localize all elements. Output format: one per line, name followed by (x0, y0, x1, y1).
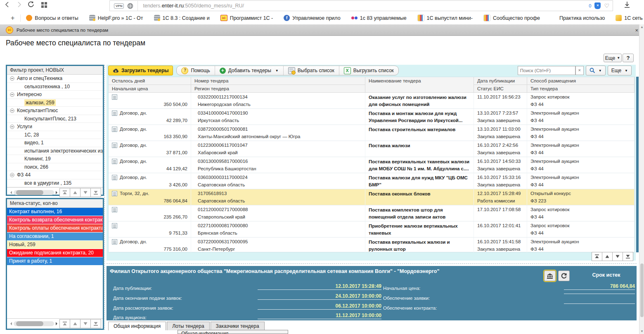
bookmark-item[interactable]: 1с 83 управляемые (346, 15, 412, 21)
vpn-badge[interactable]: VPN (114, 3, 124, 9)
field-value[interactable] (564, 303, 635, 304)
bookmark-item[interactable]: Вопросы и ответы (21, 15, 83, 21)
export-list-button[interactable]: XВыгрузить список (339, 66, 398, 75)
column-header[interactable]: Осталось дней (109, 77, 191, 85)
tab[interactable]: Общая информация (108, 322, 166, 330)
status-item[interactable]: Контроль возврата обеспечения контракта, (7, 216, 103, 224)
help-toolbar-button[interactable]: ?Помощь (177, 66, 215, 75)
status-item[interactable]: На согласовании, 1 (7, 233, 103, 241)
table-row[interactable]: Договор, дн. 163 350,90 0387200005017000… (109, 125, 635, 141)
field-value[interactable]: 24.10.2017 10:00:00 (258, 293, 381, 300)
scrollbar-down-icon[interactable]: ▼ (640, 329, 644, 333)
scroll-right-icon[interactable] (56, 191, 59, 194)
help-button[interactable]: ? (623, 54, 634, 62)
status-item[interactable]: Новый, 259 (7, 241, 103, 249)
column-header[interactable]: Номер тендера (191, 77, 365, 85)
more-button[interactable]: Еще▼ (604, 54, 622, 62)
status-item[interactable]: Принят в работу, 1 (7, 257, 103, 266)
filter-item[interactable]: испытания электротехнических изде (7, 147, 103, 155)
status-item[interactable]: Ожидание подписания контракта, 20 (7, 249, 103, 257)
column-header[interactable]: Тип тендера (527, 85, 635, 93)
field-value[interactable]: 786 064,84 (564, 283, 635, 290)
clear-search-icon[interactable]: × (575, 66, 584, 75)
filter-item[interactable]: ФЗ 44 (7, 171, 103, 179)
filter-item[interactable]: Услуги (7, 123, 103, 131)
refresh-icon[interactable] (558, 270, 570, 281)
download-icon[interactable] (623, 1, 631, 9)
scrollbar-thumb[interactable] (640, 263, 644, 317)
collapse-icon[interactable] (10, 173, 14, 177)
scroll-up-button[interactable] (602, 252, 613, 261)
scroll-up-button[interactable] (70, 188, 80, 197)
column-header[interactable]: Начальная цена (109, 85, 191, 93)
search-button[interactable]: ▼ (586, 66, 606, 75)
scroll-last-button[interactable] (90, 319, 101, 328)
scroll-down-button[interactable] (612, 252, 623, 261)
column-header[interactable]: Дата публикации (474, 77, 527, 85)
page-scrollbar[interactable]: ▲ ▼ (639, 24, 644, 334)
globe-icon[interactable] (127, 3, 133, 9)
search-input[interactable] (518, 66, 575, 75)
scroll-left-icon[interactable] (9, 191, 12, 194)
horizontal-splitter[interactable] (107, 263, 637, 264)
table-row[interactable]: Договор, дн. 37 871,00 01223000061170010… (109, 141, 635, 157)
status-item[interactable]: Контроль оплаты обеспечения контракта, 5 (7, 224, 103, 233)
bookmark-item[interactable]: 1С сеть (610, 15, 644, 21)
tab[interactable]: Лоты тендера (167, 322, 209, 330)
shield-blocker-icon[interactable]: × (594, 2, 601, 9)
status-item[interactable]: Контракт выполнен, 16 (7, 208, 103, 216)
filter-item[interactable]: КонсультантПлюс (7, 107, 103, 115)
bookmark-item[interactable]: 1С Программист 1С - (215, 15, 279, 21)
scroll-first-button[interactable] (59, 188, 70, 197)
bookmark-item[interactable]: f Управляемое прило (278, 15, 346, 21)
url-bar[interactable]: VPN tenders.enter-it.ru:5050/demo_mess/r… (109, 0, 613, 11)
field-value[interactable]: 06.12.2017 10:00:00 (258, 303, 381, 310)
table-vertical-scrollbar[interactable] (636, 77, 639, 252)
filter-item[interactable]: Клининг, 19 (7, 155, 103, 163)
back-icon[interactable] (4, 1, 11, 8)
table-row[interactable]: Договор, дн. 3 426,00 036030000311700002… (109, 173, 635, 189)
table-row[interactable]: Договор, дн. 44 129,42 03013000958170000… (109, 157, 635, 173)
filter-item[interactable]: 1С, 28 (7, 131, 103, 139)
scroll-up-button[interactable] (70, 319, 80, 328)
filter-item[interactable]: сельхозтехника , 10 (7, 83, 103, 91)
table-row[interactable]: Договор, дн. 42 289,70 03341000004170001… (109, 109, 635, 125)
bank-icon[interactable] (544, 270, 556, 281)
scroll-left-icon[interactable] (9, 322, 12, 325)
filter-item[interactable]: все в удмуртии , 135 (7, 179, 103, 188)
app-tab-title[interactable]: Рабочее место специалиста по тендерам (17, 28, 108, 33)
forward-icon[interactable] (16, 1, 22, 8)
scroll-right-icon[interactable] (56, 322, 59, 325)
scroll-down-button[interactable] (80, 188, 91, 197)
vertical-splitter[interactable] (104, 65, 105, 330)
choose-list-button[interactable]: Выбрать список (284, 66, 339, 75)
collapse-icon[interactable] (10, 92, 14, 97)
collapse-icon[interactable] (10, 125, 14, 129)
filter-item[interactable]: Авто и спецТехника (7, 75, 103, 83)
scroll-first-button[interactable] (592, 252, 602, 261)
add-bookmark-button[interactable]: + (0, 14, 21, 22)
tiles-icon[interactable] (41, 2, 47, 9)
table-row[interactable]: 9 751,33 0227100000817000080 Брянская об… (109, 221, 635, 238)
column-header[interactable]: Статус ЕИС (474, 85, 527, 93)
filter-item[interactable]: видео, 1 (7, 139, 103, 147)
scroll-first-button[interactable] (59, 319, 70, 328)
bookmark-item[interactable]: Практика использо (545, 15, 610, 21)
bookmark-item[interactable]: 1С 8.3 : Создание и (149, 15, 215, 21)
horizontal-scrollbar[interactable] (14, 321, 54, 326)
add-tenders-button[interactable]: +Добавить тендеры▼ (215, 66, 284, 75)
scroll-down-button[interactable] (80, 319, 91, 328)
bookmark-item[interactable]: HelpF.pro » 1С - От (84, 15, 149, 21)
table-row[interactable]: 350 504,00 0332200011217000134 Нижегород… (109, 93, 635, 109)
bookmark-item[interactable]: Сообщество профе (478, 14, 545, 21)
field-value[interactable] (564, 293, 635, 294)
collapse-icon[interactable] (10, 76, 14, 81)
filter-item[interactable]: Интересно (7, 91, 103, 99)
reload-icon[interactable] (27, 1, 35, 8)
collapse-icon[interactable] (10, 108, 14, 113)
load-tenders-button[interactable]: Загрузить тендеры (108, 66, 173, 75)
table-row[interactable]: Договор, дн. 775 316,00 0372200006317000… (109, 238, 635, 254)
filter-item[interactable]: поиск, 266 (7, 163, 103, 172)
column-header[interactable] (365, 85, 474, 93)
scroll-last-button[interactable] (90, 188, 101, 197)
